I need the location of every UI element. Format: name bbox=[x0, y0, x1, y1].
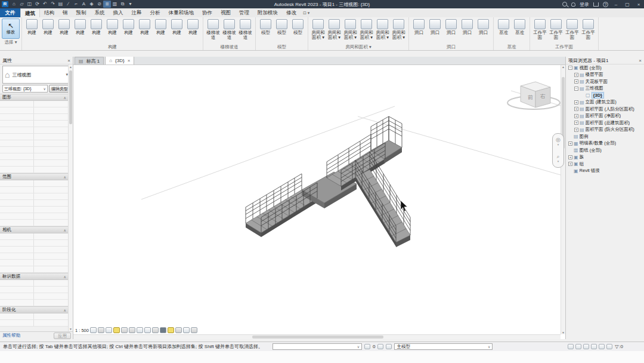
tree-item-label[interactable]: 三维视图 bbox=[586, 85, 603, 91]
ribbon-tool-button[interactable]: 构建 bbox=[104, 19, 120, 35]
property-value[interactable] bbox=[33, 127, 68, 133]
property-value[interactable] bbox=[33, 140, 68, 146]
property-row[interactable] bbox=[0, 280, 68, 287]
close-properties-icon[interactable]: × bbox=[67, 58, 70, 63]
property-row[interactable] bbox=[0, 200, 68, 207]
property-value[interactable] bbox=[33, 101, 68, 107]
property-row[interactable] bbox=[0, 147, 68, 153]
stairs-model[interactable] bbox=[246, 116, 410, 247]
tree-expander-icon[interactable]: + bbox=[568, 141, 572, 146]
editing-requests-icon[interactable] bbox=[364, 344, 370, 349]
tree-item-label[interactable]: Revit 链接 bbox=[580, 168, 600, 174]
ribbon-tool-button[interactable]: 洞口 bbox=[475, 19, 491, 35]
ribbon-panel-label[interactable]: 工作平面 bbox=[531, 44, 597, 50]
property-value[interactable] bbox=[33, 260, 68, 266]
property-value[interactable] bbox=[33, 240, 68, 246]
property-row[interactable] bbox=[0, 220, 68, 226]
tree-item-label[interactable]: 图例 bbox=[580, 134, 589, 140]
modify-button[interactable]: ↖ 修改 bbox=[2, 19, 20, 39]
drawing-area[interactable]: ▤ 标高 1 ⌂ {3D} × bbox=[73, 57, 565, 339]
worksets-dropdown[interactable] bbox=[273, 343, 362, 350]
user-icon[interactable] bbox=[571, 2, 575, 7]
ribbon-tool-button[interactable]: 工作平面 bbox=[532, 19, 548, 40]
tree-item[interactable]: + ▦ 明细表/数量 (全部) bbox=[566, 140, 644, 147]
tree-item-label[interactable]: {3D} bbox=[592, 92, 604, 99]
ribbon-tab[interactable]: 钢 bbox=[58, 8, 72, 17]
ribbon-tool-button[interactable]: 洞口 bbox=[427, 19, 443, 35]
property-value[interactable] bbox=[33, 107, 68, 113]
tree-item-label[interactable]: 面积平面 (总建筑面积) bbox=[586, 120, 630, 126]
scale-label[interactable]: 1 : 500 bbox=[75, 328, 89, 333]
element-filter-dropdown[interactable]: 三维视图: {3D} bbox=[2, 85, 48, 93]
view-control-icon[interactable] bbox=[183, 327, 190, 333]
tree-item-label[interactable]: 视图 (全部) bbox=[580, 65, 602, 71]
property-value[interactable] bbox=[33, 266, 68, 272]
tree-expander-icon[interactable]: + bbox=[568, 155, 572, 159]
property-row[interactable] bbox=[0, 101, 68, 107]
ribbon-tool-button[interactable]: 洞口 bbox=[443, 19, 459, 35]
property-value[interactable] bbox=[33, 320, 68, 326]
section-header[interactable]: 相机 bbox=[0, 226, 68, 233]
design-options-icon[interactable] bbox=[386, 344, 392, 349]
type-selector[interactable]: ⌂ 三维视图 ▾ bbox=[2, 66, 70, 84]
tree-item[interactable]: + ▤ 面积平面 (防火分区面积) bbox=[566, 127, 644, 134]
tree-item-label[interactable]: 楼层平面 bbox=[586, 72, 603, 78]
ribbon-tab[interactable]: 分析 bbox=[146, 8, 165, 17]
property-row[interactable] bbox=[0, 320, 68, 327]
close-button[interactable]: × bbox=[635, 2, 642, 7]
scrollbar-thumb[interactable] bbox=[69, 70, 72, 124]
design-options-dropdown[interactable]: 主模型 bbox=[394, 343, 493, 350]
selection-toggle-icon[interactable] bbox=[606, 344, 612, 349]
property-row[interactable] bbox=[0, 260, 68, 266]
model-viewport[interactable] bbox=[73, 57, 565, 339]
property-row[interactable] bbox=[0, 233, 68, 240]
property-value[interactable] bbox=[33, 280, 68, 286]
section-header[interactable]: 标识数据 bbox=[0, 273, 68, 280]
qat-icon[interactable]: ▤ bbox=[57, 1, 64, 8]
property-value[interactable] bbox=[33, 160, 68, 166]
section-header[interactable]: 阶段化 bbox=[0, 306, 68, 313]
property-row[interactable] bbox=[0, 247, 68, 253]
property-value[interactable] bbox=[33, 147, 68, 153]
ribbon-tool-button[interactable]: 构建 bbox=[56, 19, 72, 35]
ribbon-panel-label[interactable]: 构建 bbox=[23, 44, 202, 50]
qat-icon[interactable]: A bbox=[80, 1, 88, 8]
property-row[interactable] bbox=[0, 167, 68, 173]
ribbon-tab[interactable]: 插入 bbox=[109, 8, 128, 17]
ribbon-tool-button[interactable]: 构建 bbox=[169, 19, 185, 35]
view-tab-level1[interactable]: ▤ 标高 1 bbox=[75, 57, 104, 64]
ribbon-tool-button[interactable]: 模型 bbox=[258, 19, 274, 35]
tree-expander-icon[interactable]: + bbox=[574, 121, 578, 125]
ribbon-tab[interactable]: 预制 bbox=[72, 8, 91, 17]
property-row[interactable] bbox=[0, 213, 68, 220]
ribbon-tool-button[interactable]: 工作平面 bbox=[580, 19, 596, 40]
tree-expander-icon[interactable]: + bbox=[568, 162, 572, 166]
scroll-down-icon[interactable]: ▼ bbox=[69, 327, 73, 331]
ribbon-panel-label[interactable]: 楼梯坡道 bbox=[204, 44, 255, 50]
property-value[interactable] bbox=[33, 200, 68, 206]
selection-toggle-icon[interactable] bbox=[575, 344, 581, 349]
property-value[interactable] bbox=[33, 167, 68, 173]
tree-item-label[interactable]: 组 bbox=[580, 161, 584, 167]
property-value[interactable] bbox=[33, 293, 68, 299]
ribbon-tool-button[interactable]: 楼梯坡道 bbox=[221, 19, 237, 40]
ribbon-tool-button[interactable]: 构建 bbox=[153, 19, 169, 35]
help-icon[interactable]: ? bbox=[603, 2, 608, 7]
qat-icon[interactable]: ⌐ bbox=[72, 1, 80, 8]
tree-item-label[interactable]: 面积平面 (人防分区面积) bbox=[586, 106, 634, 112]
ribbon-tool-button[interactable]: 工作平面 bbox=[564, 19, 580, 40]
login-label[interactable]: 登录 bbox=[580, 1, 589, 8]
property-row[interactable] bbox=[0, 207, 68, 213]
tree-expander-icon[interactable]: + bbox=[574, 114, 578, 118]
tree-item[interactable]: − ▤ 三维视图 bbox=[566, 85, 644, 93]
ribbon-tool-button[interactable]: 房间和面积 ▾ bbox=[342, 19, 358, 40]
qat-icon[interactable]: ≣ bbox=[103, 1, 111, 8]
property-value[interactable] bbox=[33, 287, 68, 293]
qat-icon[interactable]: ↷ bbox=[49, 1, 57, 8]
tree-item[interactable]: + ▣ 族 bbox=[566, 154, 644, 161]
restore-button[interactable]: ▢ bbox=[624, 2, 631, 7]
ribbon-options-icon[interactable]: ⊡ ▾ bbox=[303, 8, 309, 17]
tree-item[interactable]: ▥ 图纸 (全部) bbox=[566, 147, 644, 154]
ribbon-tool-button[interactable]: 房间和面积 ▾ bbox=[374, 19, 391, 40]
property-row[interactable] bbox=[0, 121, 68, 127]
